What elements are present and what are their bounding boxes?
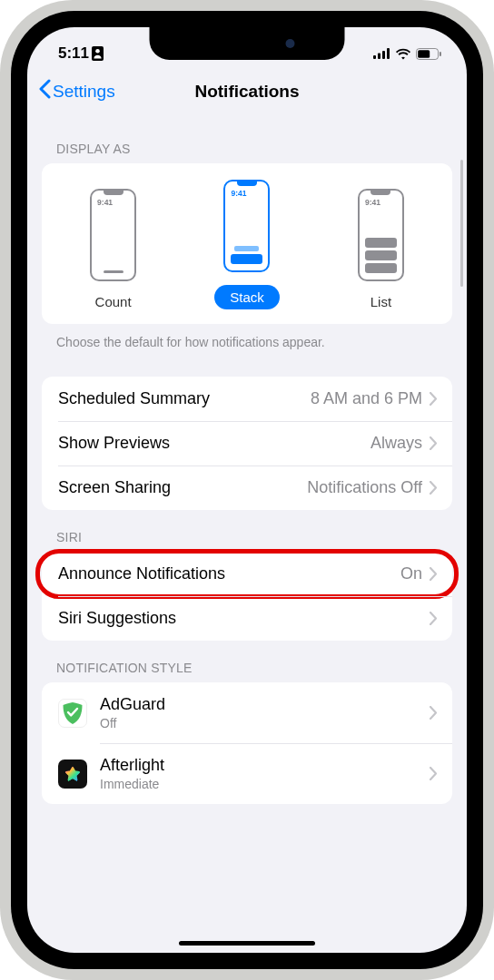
wifi-icon	[395, 48, 411, 60]
mini-phone-count: 9:41	[90, 189, 136, 281]
notch	[150, 27, 345, 60]
svg-rect-0	[92, 46, 104, 61]
svg-rect-3	[378, 54, 380, 60]
back-label: Settings	[53, 82, 115, 102]
row-show-previews[interactable]: Show Previews Always	[42, 421, 452, 466]
row-app-afterlight[interactable]: Afterlight Immediate	[42, 743, 452, 804]
display-as-footer: Choose the default for how notifications…	[27, 324, 467, 355]
app-name: AdGuard	[100, 695, 430, 714]
chevron-right-icon	[430, 612, 438, 625]
cellular-signal-icon	[373, 48, 390, 59]
display-mode-list[interactable]: 9:41 List	[358, 189, 404, 309]
section-header-siri: Siri	[27, 510, 467, 552]
chevron-right-icon	[430, 436, 438, 450]
chevron-right-icon	[430, 481, 438, 495]
svg-rect-5	[387, 48, 390, 59]
back-button[interactable]: Settings	[38, 79, 115, 103]
row-app-adguard[interactable]: AdGuard Off	[42, 682, 452, 743]
settings-rows-card: Scheduled Summary 8 AM and 6 PM Show Pre…	[42, 377, 452, 510]
nav-bar: Settings Notifications	[27, 71, 467, 114]
row-value: Always	[370, 434, 422, 453]
device-bezel: 5:11	[11, 11, 483, 969]
mode-label-count: Count	[95, 294, 132, 309]
status-left: 5:11	[58, 44, 104, 63]
row-screen-sharing[interactable]: Screen Sharing Notifications Off	[42, 466, 452, 510]
chevron-left-icon	[38, 79, 51, 103]
svg-rect-7	[418, 50, 430, 58]
battery-icon	[416, 48, 441, 60]
chevron-right-icon	[430, 567, 438, 581]
row-scheduled-summary[interactable]: Scheduled Summary 8 AM and 6 PM	[42, 377, 452, 421]
row-label: Announce Notifications	[58, 564, 400, 583]
mini-phone-list: 9:41	[358, 189, 404, 281]
mini-phone-stack: 9:41	[223, 180, 270, 272]
mode-label-stack: Stack	[214, 285, 280, 309]
row-value: 8 AM and 6 PM	[311, 389, 422, 408]
section-header-display-as: Display As	[27, 114, 467, 163]
apps-card: AdGuard Off Afterlight Imm	[42, 682, 452, 804]
display-mode-count[interactable]: 9:41 Count	[90, 189, 136, 309]
app-status: Off	[100, 716, 430, 730]
home-indicator[interactable]	[179, 941, 315, 946]
svg-rect-2	[373, 55, 376, 59]
row-siri-suggestions[interactable]: Siri Suggestions	[42, 596, 452, 641]
svg-rect-4	[382, 51, 385, 59]
afterlight-icon	[58, 760, 87, 789]
screen: 5:11	[27, 27, 467, 953]
row-label: Screen Sharing	[58, 478, 307, 497]
status-right	[373, 48, 441, 60]
svg-point-1	[95, 49, 100, 54]
device-frame: 5:11	[0, 0, 494, 980]
section-header-notification-style: Notification Style	[27, 641, 467, 682]
id-card-icon	[92, 46, 104, 61]
adguard-icon	[58, 699, 87, 728]
row-label: Scheduled Summary	[58, 389, 311, 408]
status-time: 5:11	[58, 44, 89, 63]
siri-card: Announce Notifications On Siri Suggestio…	[42, 552, 452, 641]
row-label: Show Previews	[58, 434, 370, 453]
row-value: On	[400, 564, 422, 583]
app-status: Immediate	[100, 777, 430, 791]
row-label: Siri Suggestions	[58, 609, 430, 628]
display-modes-card: 9:41 Count 9:41 Stack	[42, 163, 452, 324]
mode-label-list: List	[370, 294, 391, 309]
chevron-right-icon	[430, 392, 438, 406]
svg-rect-8	[440, 52, 441, 56]
content: Display As 9:41 Count 9:41	[27, 114, 467, 949]
chevron-right-icon	[430, 706, 438, 720]
chevron-right-icon	[430, 767, 438, 780]
display-mode-stack[interactable]: 9:41 Stack	[214, 180, 280, 309]
row-value: Notifications Off	[307, 478, 422, 497]
app-name: Afterlight	[100, 756, 430, 775]
row-announce-notifications[interactable]: Announce Notifications On	[42, 552, 452, 596]
scrollbar[interactable]	[460, 160, 463, 287]
